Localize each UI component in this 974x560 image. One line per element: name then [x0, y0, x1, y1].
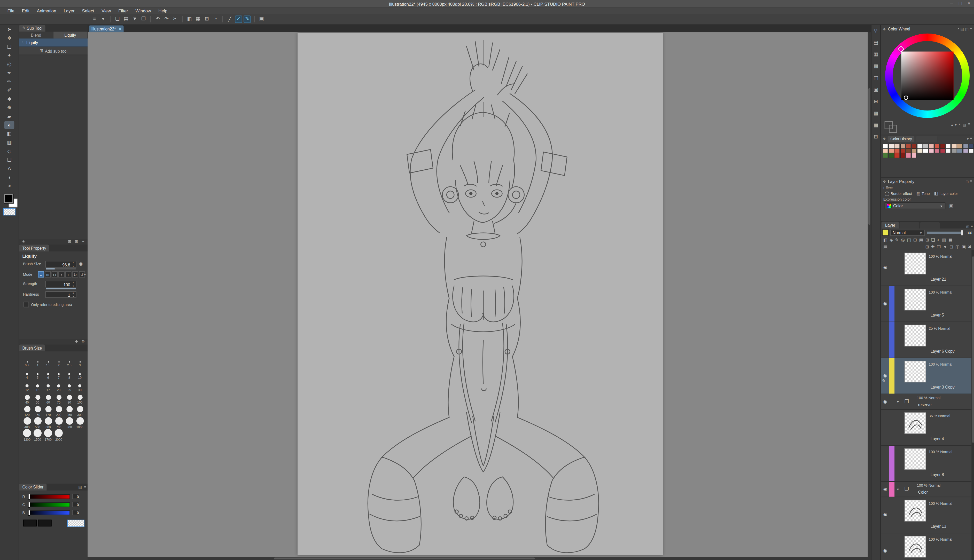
strength-spinner[interactable]: ▴▾	[72, 281, 75, 287]
editing-area-checkbox[interactable]	[23, 302, 29, 307]
color-swatch[interactable]	[929, 144, 934, 148]
layer-mask-icon[interactable]: ◐	[937, 238, 940, 242]
brush-size-25[interactable]: 25	[64, 379, 75, 392]
tool-switch-icon[interactable]: ▾	[100, 15, 107, 23]
tool-move-layer[interactable]: ✥	[4, 34, 14, 42]
color-swatch[interactable]	[969, 144, 974, 148]
brush-size-1500[interactable]: 1500	[32, 429, 43, 442]
color-swatch[interactable]	[883, 149, 888, 153]
layer-search-icon[interactable]: ▤	[883, 244, 887, 249]
ruler-icon-icon[interactable]: ▥	[942, 238, 946, 242]
brush-size-1.5[interactable]: 1.5	[43, 355, 53, 367]
brush-size-12[interactable]: 12	[22, 379, 32, 392]
brush-size-4[interactable]: 4	[22, 367, 32, 379]
apply-mask-icon[interactable]: ▣	[962, 244, 966, 249]
menu-select[interactable]: Select	[78, 8, 98, 14]
wheel-mode-icon[interactable]: ◔	[957, 26, 959, 31]
effect-tone[interactable]: ▨Tone	[916, 191, 930, 196]
transfer-down-icon[interactable]: ▼	[943, 245, 947, 249]
tool-figure[interactable]: ◇	[4, 147, 14, 155]
visibility-toggle[interactable]: ◉	[882, 548, 888, 553]
minimize-button[interactable]: –	[947, 0, 956, 7]
layer-row-reserve[interactable]: ◉▾❐100 % Normalreserve	[881, 394, 971, 410]
mode-push-icon[interactable]: ↔	[38, 272, 44, 278]
brush-size-30[interactable]: 30	[75, 379, 85, 392]
tool-brush[interactable]: ✐	[4, 86, 14, 94]
tab-sub-tool[interactable]: ✎ Sub Tool	[19, 25, 46, 32]
brush-size-20[interactable]: 20	[53, 379, 64, 392]
transparent-select-chip[interactable]	[68, 520, 84, 526]
color-swatch[interactable]	[935, 149, 939, 153]
mode-twirl-clockwise-icon[interactable]: ↻	[72, 272, 78, 278]
brush-size-2000[interactable]: 2000	[53, 429, 64, 442]
color-swatch[interactable]	[901, 153, 905, 157]
layer-row-color[interactable]: ◉▾❐100 % NormalColor	[881, 482, 971, 497]
color-swatch[interactable]	[969, 149, 974, 153]
tab-layer[interactable]: Layer	[882, 222, 899, 228]
snap-ruler-icon[interactable]: ✓	[235, 15, 242, 23]
reference-layer-icon[interactable]: ◎	[901, 238, 905, 242]
color-swatch[interactable]	[963, 149, 968, 153]
settings-icon[interactable]: ▣	[258, 15, 265, 23]
transparent-color-chip[interactable]	[3, 208, 15, 215]
color-swatch[interactable]	[952, 144, 956, 148]
close-button[interactable]: ×	[965, 0, 974, 7]
history-menu-icon[interactable]: ≡	[970, 137, 972, 141]
snap-special-icon[interactable]: ✎	[244, 15, 251, 23]
wheel-main-color-chip[interactable]	[885, 121, 892, 129]
menu-view[interactable]: View	[98, 8, 115, 14]
brush-size-250[interactable]: 250	[64, 404, 75, 417]
panel-lock-icon[interactable]: ◈	[21, 239, 26, 245]
color-swatch[interactable]	[912, 153, 916, 157]
color-swatch[interactable]	[952, 149, 956, 153]
layer-row-layer-4[interactable]: 36 % NormalLayer 4	[881, 410, 971, 446]
color-swatch[interactable]	[957, 144, 962, 148]
brush-size-5[interactable]: 5	[32, 367, 43, 379]
document-tab[interactable]: Illustration22* ×	[89, 25, 124, 32]
main-color-chip[interactable]	[4, 194, 13, 203]
brush-size-400[interactable]: 400	[22, 417, 32, 429]
brush-size-70[interactable]: 70	[53, 392, 64, 404]
layer-panel-dock-icon[interactable]: ⊞	[966, 224, 969, 228]
new-folder-icon[interactable]: ❐	[937, 244, 941, 249]
color-swatch[interactable]	[906, 149, 911, 153]
material-icon[interactable]: ▦	[872, 51, 880, 58]
history-icon[interactable]: ▨	[872, 110, 880, 117]
lock-transparency-icon[interactable]: ◧	[883, 238, 887, 242]
snap-off-icon[interactable]: ╱	[226, 15, 233, 23]
color-swatch[interactable]	[923, 149, 928, 153]
property-pin-icon[interactable]: ⊞	[966, 179, 969, 183]
brush-size-1000[interactable]: 1000	[75, 417, 85, 429]
tool-decoration[interactable]: ❈	[4, 104, 14, 112]
menu-window[interactable]: Window	[132, 8, 155, 14]
color-swatch[interactable]	[957, 149, 962, 153]
expand-icon[interactable]: ⊞	[74, 239, 79, 245]
color-swatch[interactable]	[889, 153, 894, 157]
item-bank-icon[interactable]: ⊞	[872, 98, 880, 106]
color-swatch[interactable]	[946, 144, 951, 148]
fit-view-icon[interactable]: ◧	[186, 15, 193, 23]
layer-row-layer-8[interactable]: 100 % NormalLayer 8	[881, 446, 971, 482]
brush-size-0.7[interactable]: 0.7	[22, 355, 32, 367]
material-2-icon[interactable]: ▧	[872, 63, 880, 70]
effect-layer-color[interactable]: ◧Layer color	[934, 191, 958, 196]
brush-size-1200[interactable]: 1200	[22, 429, 32, 442]
layer-row-layer-5[interactable]: ◉100 % NormalLayer 5	[881, 286, 971, 322]
tool-fill[interactable]: ◧	[4, 130, 14, 138]
add-size-icon[interactable]: ✚	[74, 339, 79, 345]
opacity-handle[interactable]	[961, 230, 962, 235]
layer-row-layer-12[interactable]: ◉100 % NormalLayer 12	[881, 533, 971, 560]
brush-size-50[interactable]: 50	[32, 392, 43, 404]
color-swatch[interactable]	[929, 149, 934, 153]
undo-icon[interactable]: ↶	[154, 15, 162, 23]
group-tab-liquify[interactable]: Liquify	[53, 32, 88, 38]
color-swatch[interactable]	[917, 149, 922, 153]
panel-menu-icon[interactable]: ≡	[970, 26, 972, 31]
brush-size-picker-icon[interactable]: ◉	[79, 261, 83, 266]
brush-size-500[interactable]: 500	[32, 417, 43, 429]
visibility-toggle[interactable]: ◉	[882, 399, 888, 404]
brush-size-1[interactable]: 1	[32, 355, 43, 367]
save-file-icon[interactable]: ▼	[131, 15, 138, 23]
tool-operation[interactable]: ➤	[4, 25, 14, 33]
redo-icon[interactable]: ↷	[163, 15, 170, 23]
